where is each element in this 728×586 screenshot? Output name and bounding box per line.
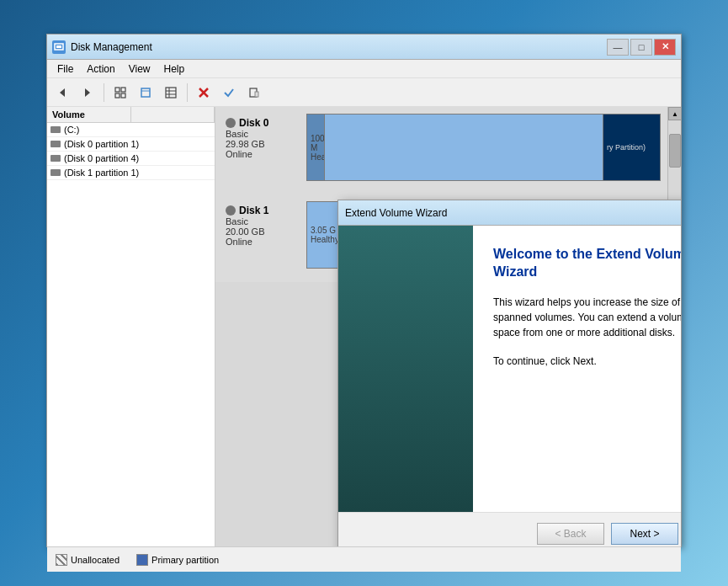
window-title: Disk Management xyxy=(71,41,607,53)
menu-action[interactable]: Action xyxy=(80,61,121,77)
legend-primary: Primary partition xyxy=(136,554,219,566)
list-item[interactable]: (Disk 0 partition 1) xyxy=(47,137,215,152)
wizard-continue-text: To continue, click Next. xyxy=(493,354,681,369)
toolbar-separator-2 xyxy=(187,83,188,102)
dialog-overlay: Extend Volume Wizard ✕ Welcome to the Ex… xyxy=(215,107,681,546)
toolbar-grid-button[interactable] xyxy=(109,82,132,104)
svg-rect-10 xyxy=(166,88,176,98)
list-header: Volume xyxy=(47,107,215,123)
legend-unallocated: Unallocated xyxy=(56,554,120,566)
main-window: Disk Management — □ ✕ File Action View H… xyxy=(46,34,682,547)
legend: Unallocated Primary partition xyxy=(47,546,681,572)
svg-marker-2 xyxy=(60,88,65,97)
menu-bar: File Action View Help xyxy=(47,60,681,78)
app-icon xyxy=(52,40,66,54)
close-button[interactable]: ✕ xyxy=(654,39,676,56)
next-button[interactable]: Next > xyxy=(611,523,678,545)
svg-rect-4 xyxy=(115,88,120,92)
desktop: Disk Management — □ ✕ File Action View H… xyxy=(0,0,728,586)
main-content-wrapper: Disk 0 Basic 29.98 GB Online 100 M Healt… xyxy=(215,107,681,546)
volume-name: (Disk 0 partition 4) xyxy=(64,153,139,163)
volume-name: (Disk 1 partition 1) xyxy=(64,168,139,178)
list-item[interactable]: (C:) xyxy=(47,123,215,137)
volume-name: (C:) xyxy=(64,125,79,135)
svg-rect-7 xyxy=(121,93,125,98)
window-controls: — □ ✕ xyxy=(607,39,676,56)
toolbar-check-button[interactable] xyxy=(217,82,241,104)
status-col-header xyxy=(131,107,215,122)
toolbar-properties-button[interactable] xyxy=(242,82,266,104)
toolbar-forward-button[interactable] xyxy=(76,82,99,104)
toolbar-separator-1 xyxy=(104,83,104,102)
dialog-footer: < Back Next > Cancel xyxy=(338,512,681,546)
toolbar-list-button[interactable] xyxy=(159,82,183,104)
list-item[interactable]: (Disk 1 partition 1) xyxy=(47,166,215,180)
wizard-left-panel xyxy=(338,226,473,512)
delete-icon xyxy=(198,87,210,99)
legend-unalloc-box xyxy=(56,554,67,566)
dialog-title-bar: Extend Volume Wizard ✕ xyxy=(338,200,681,226)
toolbar-back-button[interactable] xyxy=(50,82,74,104)
back-icon xyxy=(56,87,68,99)
edit-icon xyxy=(140,87,151,99)
list-item[interactable]: (Disk 0 partition 4) xyxy=(47,152,215,166)
volume-disk-icon xyxy=(50,155,61,162)
maximize-button[interactable]: □ xyxy=(630,39,652,56)
svg-rect-6 xyxy=(115,93,120,98)
dialog-title: Extend Volume Wizard xyxy=(345,207,681,219)
volume-name: (Disk 0 partition 1) xyxy=(64,139,139,149)
back-button[interactable]: < Back xyxy=(537,523,604,545)
menu-view[interactable]: View xyxy=(122,61,157,77)
svg-rect-1 xyxy=(56,45,61,48)
volume-disk-icon xyxy=(50,126,61,133)
extend-volume-wizard: Extend Volume Wizard ✕ Welcome to the Ex… xyxy=(337,200,681,546)
list-icon xyxy=(165,87,177,99)
volume-col-header: Volume xyxy=(47,107,131,122)
title-bar: Disk Management — □ ✕ xyxy=(47,35,681,60)
svg-rect-5 xyxy=(121,88,125,92)
menu-file[interactable]: File xyxy=(50,61,80,77)
volume-list: Volume (C:) (Disk 0 partition 1) (Disk 0… xyxy=(47,107,215,546)
legend-unalloc-label: Unallocated xyxy=(71,555,120,565)
check-icon xyxy=(223,87,235,99)
svg-rect-8 xyxy=(141,88,150,97)
volume-disk-icon xyxy=(50,169,61,176)
legend-primary-box xyxy=(136,554,148,566)
minimize-button[interactable]: — xyxy=(607,39,629,56)
content-area: Volume (C:) (Disk 0 partition 1) (Disk 0… xyxy=(47,107,681,546)
dialog-body: Welcome to the Extend VolumeWizard This … xyxy=(338,226,681,512)
grid-icon xyxy=(114,87,126,99)
forward-icon xyxy=(82,87,93,99)
wizard-right-panel: Welcome to the Extend VolumeWizard This … xyxy=(473,226,681,512)
svg-rect-17 xyxy=(255,92,258,97)
toolbar xyxy=(47,78,681,107)
volume-disk-icon xyxy=(50,141,61,147)
menu-help[interactable]: Help xyxy=(157,61,192,77)
properties-icon xyxy=(248,87,260,99)
wizard-body-text: This wizard helps you increase the size … xyxy=(493,295,681,340)
svg-marker-3 xyxy=(85,88,90,97)
wizard-heading: Welcome to the Extend VolumeWizard xyxy=(493,246,681,281)
toolbar-delete-button[interactable] xyxy=(192,82,215,104)
toolbar-edit-button[interactable] xyxy=(134,82,157,104)
legend-primary-label: Primary partition xyxy=(151,555,219,565)
